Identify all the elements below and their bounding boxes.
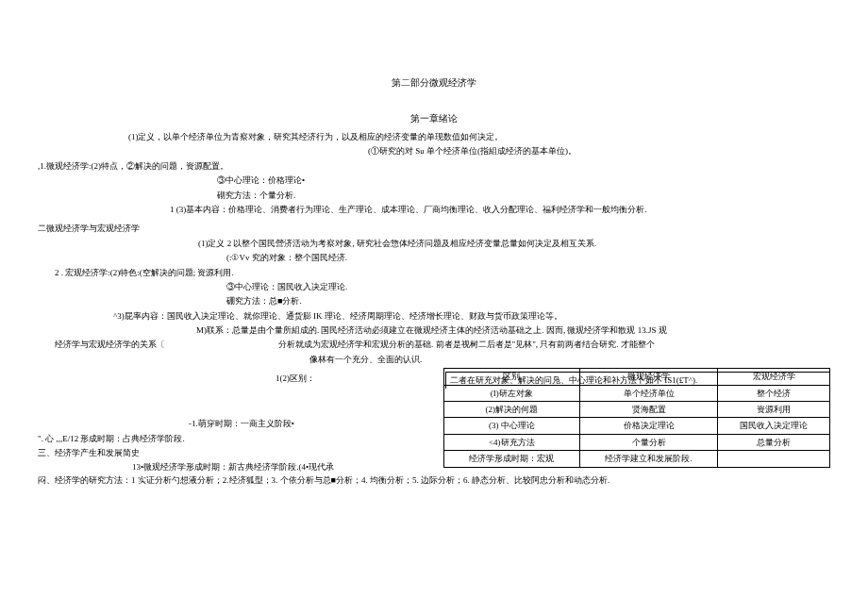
r3c1: (3) 中心理论 bbox=[444, 418, 580, 434]
p1-line2: (①研究的对 Su 单个经济单位(指組成经济的基本单位)。 bbox=[38, 144, 830, 158]
r2c2: 贤海配置 bbox=[579, 402, 718, 418]
leftblock-l3: 三、经济学产生和发展简史 bbox=[38, 446, 434, 459]
chapter-title: 第一章绪论 bbox=[38, 111, 830, 126]
p2-line3: 2 . 宏观经济学:(2)特色:(空解决的问题; 资源利用. bbox=[38, 266, 830, 279]
p1-line4: ③中心理论：价格理论• bbox=[38, 174, 830, 187]
p2-line1: (1)定义 2 以整个国民營济活动为考察对象, 研究社会惣体经济问题及相应经济变… bbox=[38, 237, 830, 250]
table-caption-right: 二者在研充对象、解决的问凫、中心理论和补方法卜如不 IS1(£T^). bbox=[445, 372, 830, 388]
p1-line3: ,1.微观经济学:(2)特点，②解决的问题，资源配置。 bbox=[38, 159, 830, 173]
r2c3: 资源利用 bbox=[718, 402, 830, 418]
p2-line2: (:①Vv 究的对象：整个国民经济. bbox=[38, 251, 830, 264]
leftblock-l1: -1.萌穿时期：一商主义阶段• bbox=[38, 417, 434, 430]
r5c3 bbox=[718, 451, 830, 467]
p2-line7a: M)联系：总量是由个量所組成的. 国民经济活动必须建立在微观经济主体的经济活动基… bbox=[38, 324, 830, 337]
r5c2: 经济学建立和发展阶段. bbox=[579, 451, 718, 467]
r3c3: 国民收入决定理论 bbox=[718, 418, 830, 434]
section2-heading: 二微观经济学与宏观经济学 bbox=[38, 222, 830, 235]
r3c2: 价格决定理论 bbox=[579, 418, 718, 434]
r4c3: 总量分析 bbox=[718, 434, 830, 450]
p1-line5: 砌究方法：个量分析. bbox=[38, 189, 830, 202]
p2-line7b-left: 经济学与宏观经济学的关系〔 bbox=[38, 338, 165, 351]
p1-line1: (1)定义，以单个经济单位为青察对象，研究其经济行为，以及相应的经济变量的单现数… bbox=[38, 130, 830, 143]
r4c2: 个量分析 bbox=[579, 434, 718, 450]
table-caption-left: 1(2)区别： bbox=[275, 372, 315, 385]
p1-line6: 1 (3)基本内容：价格理论、消费者行为理论、生产理论、成本理论、厂商均衡理论、… bbox=[38, 203, 830, 216]
main-title: 第二部分微观经济学 bbox=[38, 75, 830, 91]
leftblock-l2: ". 心 ,,,E/12 形成时期：占典经济学阶段. bbox=[38, 432, 434, 445]
p2-line5: 硼究方法：总■分析. bbox=[38, 294, 830, 307]
leftblock-l4: 13•微观经济学形成时期：新古典经济学阶段.(4•现代承 bbox=[38, 460, 434, 473]
r5c1: 经济学形成时期：宏观 bbox=[444, 451, 580, 467]
p2-line6: ^3)屁率内容：国民收入决定理论、就你理论、通货膨 IK 理论、经济周期理论、经… bbox=[38, 309, 830, 323]
p2-line4: ③中心理论：国民收入决定理论. bbox=[38, 280, 830, 293]
p2-line7c: 像林有一个充分、全面的认识. bbox=[38, 353, 830, 366]
r4c1: <4)研充方法 bbox=[444, 434, 580, 450]
r2c1: (2)解决的何题 bbox=[444, 402, 580, 418]
p2-line7b-right: 分析就成为宏观经济学和宏观分析的基础. 前者是视树二后者是"见林", 只有前两者… bbox=[165, 338, 655, 351]
